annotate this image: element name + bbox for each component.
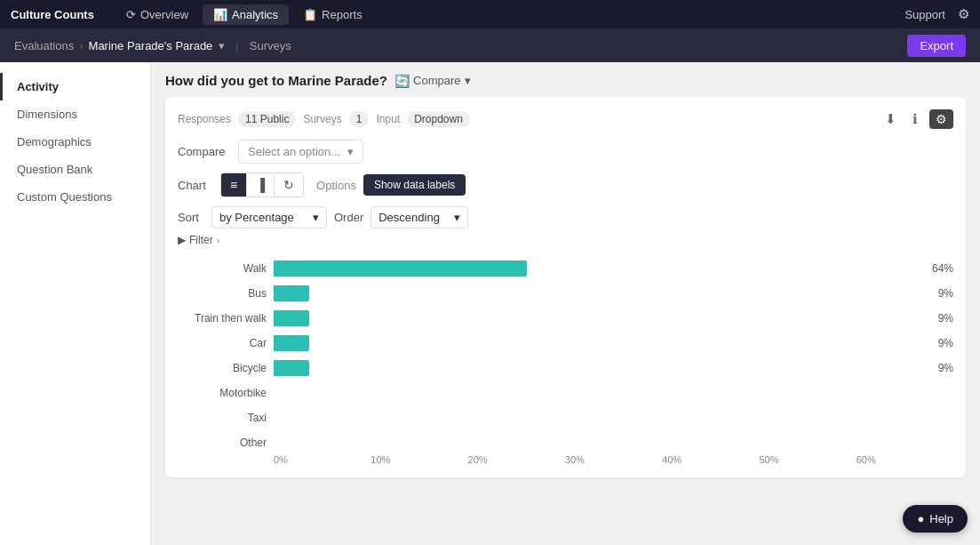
card-settings-button[interactable]: ⚙: [929, 109, 953, 129]
x-tick: 50%: [759, 454, 856, 465]
input-tag: Dropdown: [407, 111, 470, 127]
x-tick: 20%: [468, 454, 565, 465]
sidebar-item-activity[interactable]: Activity: [0, 73, 150, 100]
question-title: How did you get to Marine Parade?: [165, 73, 387, 88]
sort-label: Sort: [178, 211, 204, 224]
breadcrumb-bar: Evaluations › Marine Parade's Parade ▾ |…: [0, 28, 980, 62]
brand-logo: Culture Counts: [11, 8, 94, 21]
breadcrumb-dropdown-icon[interactable]: ▾: [219, 39, 225, 52]
compare-chevron-icon: ▾: [465, 74, 471, 87]
bar-container: [274, 310, 928, 326]
sidebar-item-question-bank[interactable]: Question Bank: [0, 156, 150, 183]
chart-type-row: Chart ≡ ▐ ↻ Options Show data labels: [178, 172, 953, 197]
filter-link[interactable]: Filter: [189, 234, 213, 246]
bar-label: Walk: [178, 262, 267, 275]
analytics-icon: 📊: [213, 8, 227, 21]
sidebar: Activity Dimensions Demographics Questio…: [0, 62, 151, 545]
show-data-labels-button[interactable]: Show data labels: [363, 174, 466, 196]
bar-container: [274, 435, 943, 451]
bar-fill: [274, 335, 309, 351]
breadcrumb-current: Marine Parade's Parade ▾: [89, 39, 226, 52]
x-tick: 60%: [857, 454, 953, 465]
compare-select-chevron: ▾: [347, 145, 354, 158]
bar-container: [274, 335, 928, 351]
settings-icon[interactable]: ⚙: [958, 6, 969, 22]
sidebar-item-dimensions[interactable]: Dimensions: [0, 100, 150, 128]
bar-fill: [274, 285, 309, 301]
options-label: Options: [316, 179, 356, 192]
responses-label: Responses: [178, 113, 231, 125]
bar-value: 9%: [938, 362, 953, 374]
bar-value: 9%: [938, 337, 953, 349]
bar-label: Other: [178, 437, 267, 449]
export-button[interactable]: Export: [907, 35, 966, 57]
nav-analytics[interactable]: 📊 Analytics: [203, 4, 289, 25]
chart-pie-button[interactable]: ↻: [275, 173, 303, 196]
bar-chart: Walk64%Bus9%Train then walk9%Car9%Bicycl…: [178, 260, 953, 451]
chart-bar-horiz-button[interactable]: ≡: [221, 173, 247, 196]
compare-button[interactable]: 🔄 Compare ▾: [394, 74, 470, 88]
main-content: How did you get to Marine Parade? 🔄 Comp…: [151, 62, 980, 545]
compare-row-label: Compare: [178, 145, 231, 158]
help-icon: ●: [917, 512, 924, 525]
sort-row: Sort by Percentage ▾ Order Descending ▾: [178, 206, 953, 228]
bar-row: Car9%: [178, 335, 953, 351]
order-select-chevron: ▾: [454, 211, 460, 224]
download-button[interactable]: ⬇: [880, 109, 901, 129]
bar-container: [274, 385, 943, 401]
info-button[interactable]: ℹ: [908, 109, 922, 129]
x-tick: 10%: [370, 454, 467, 465]
bar-container: [274, 410, 943, 426]
help-button[interactable]: ● Help: [903, 505, 968, 533]
main-layout: Activity Dimensions Demographics Questio…: [0, 62, 980, 545]
breadcrumb-surveys[interactable]: Surveys: [250, 39, 291, 52]
bar-label: Bus: [178, 287, 267, 300]
bar-row: Bicycle9%: [178, 360, 953, 376]
compare-row: Compare Select an option... ▾: [178, 140, 953, 164]
surveys-tag: 1: [349, 111, 370, 127]
order-label: Order: [334, 211, 363, 224]
surveys-label: Surveys: [303, 113, 341, 125]
input-label: Input: [376, 113, 400, 125]
chart-type-group: ≡ ▐ ↻: [220, 172, 304, 197]
sort-select[interactable]: by Percentage ▾: [211, 206, 327, 228]
x-tick: 30%: [565, 454, 662, 465]
chart-label: Chart: [178, 179, 213, 192]
filter-expand-button[interactable]: ▶: [178, 234, 186, 246]
bar-value: 9%: [938, 312, 953, 325]
bar-container: [274, 260, 921, 277]
bar-row: Walk64%: [178, 260, 953, 277]
breadcrumb-evaluations[interactable]: Evaluations: [14, 39, 74, 52]
filter-toggle-row: ▶ Filter ›: [178, 234, 953, 246]
sidebar-item-custom-questions[interactable]: Custom Questions: [0, 183, 150, 211]
bar-row: Motorbike: [178, 385, 953, 401]
nav-overview[interactable]: ⟳ Overview: [116, 4, 199, 25]
chart-area: Walk64%Bus9%Train then walk9%Car9%Bicycl…: [178, 253, 953, 465]
overview-icon: ⟳: [126, 8, 136, 21]
filter-chevron-icon: ›: [217, 235, 220, 245]
support-link[interactable]: Support: [904, 8, 945, 21]
bar-label: Bicycle: [178, 362, 267, 374]
order-select[interactable]: Descending ▾: [370, 206, 468, 228]
bar-value: 9%: [938, 287, 953, 300]
bar-row: Train then walk9%: [178, 310, 953, 326]
bar-fill: [274, 310, 309, 326]
compare-icon: 🔄: [394, 74, 410, 88]
nav-reports[interactable]: 📋 Reports: [292, 4, 373, 25]
bar-row: Taxi: [178, 410, 953, 426]
sort-select-chevron: ▾: [313, 211, 319, 224]
compare-select[interactable]: Select an option... ▾: [238, 140, 363, 164]
sidebar-item-demographics[interactable]: Demographics: [0, 128, 150, 156]
responses-tag: 11 Public: [238, 111, 296, 127]
bar-row: Bus9%: [178, 285, 953, 301]
bar-label: Car: [178, 337, 267, 349]
bar-label: Motorbike: [178, 387, 267, 399]
question-header: How did you get to Marine Parade? 🔄 Comp…: [165, 73, 966, 88]
bar-label: Taxi: [178, 412, 267, 424]
x-tick: 40%: [662, 454, 759, 465]
chart-bar-vert-button[interactable]: ▐: [247, 173, 275, 196]
reports-icon: 📋: [303, 8, 317, 21]
top-nav: Culture Counts ⟳ Overview 📊 Analytics 📋 …: [0, 0, 980, 28]
bar-container: [274, 285, 928, 301]
analytics-card: Responses 11 Public Surveys 1 Input Drop…: [165, 97, 966, 477]
